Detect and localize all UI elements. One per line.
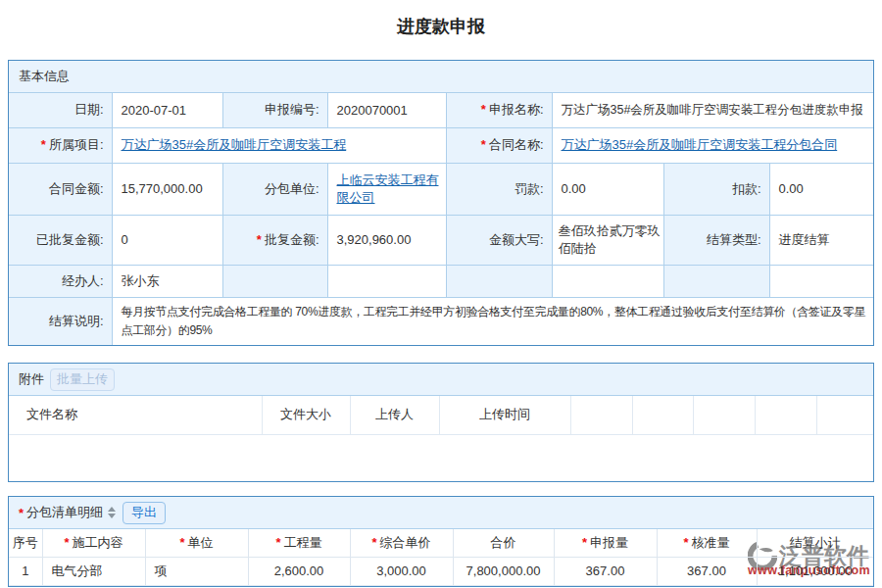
detail-cell-index: 1: [9, 557, 42, 585]
sort-icon[interactable]: [108, 507, 116, 518]
operator-label: 经办人:: [9, 265, 112, 297]
attachments-panel: 附件 批量上传 文件名称 文件大小 上传人 上传时间: [8, 363, 874, 482]
project-value: 万达广场35#会所及咖啡厅空调安装工程: [112, 127, 446, 163]
detail-cell-unitprice: 3,000.00: [350, 557, 453, 585]
project-label: *所属项目:: [9, 127, 112, 163]
attachments-empty-column: [693, 396, 755, 434]
detail-section-title: 分包清单明细: [26, 504, 103, 521]
attachments-empty-column: [755, 396, 816, 434]
attachments-col-uploader: 上传人: [350, 396, 439, 434]
attachments-empty-column: [816, 396, 873, 434]
required-mark: *: [275, 535, 280, 550]
contract-link[interactable]: 万达广场35#会所及咖啡厅空调安装工程分包合同: [562, 137, 838, 152]
detail-cell-subtotal: 1,101,000.00: [757, 557, 873, 585]
amount-words-value: 叁佰玖拾贰万零玖佰陆拾: [552, 215, 663, 265]
required-mark: *: [179, 535, 184, 550]
detail-col-approvedqty: *核准量: [657, 529, 757, 557]
approved-before-label: 已批复金额:: [9, 215, 112, 265]
detail-col-quantity: *工程量: [248, 529, 350, 557]
required-mark: *: [582, 535, 587, 550]
contract-name-label: *合同名称:: [446, 127, 552, 163]
decl-name-value: 万达广场35#会所及咖啡厅空调安装工程分包进度款申报: [552, 93, 873, 127]
deduction-value: 0.00: [769, 163, 873, 215]
approved-before-value: 0: [112, 215, 222, 265]
detail-cell-approvedqty: 367.00: [657, 557, 757, 585]
decl-no-label: 申报编号:: [222, 93, 327, 127]
detail-panel: * 分包清单明细 导出 序号 *施工内容 *单位 *工程量 *综合单价 合价 *…: [8, 496, 874, 587]
decl-name-label: *申报名称:: [446, 93, 552, 127]
detail-cell-unit: 项: [145, 557, 248, 585]
batch-upload-button[interactable]: 批量上传: [50, 368, 115, 391]
approved-value: 3,920,960.00: [327, 215, 446, 265]
basic-info-panel: 基本信息 日期: 2020-07-01 申报编号: 2020070001 *申报…: [8, 60, 874, 346]
date-value: 2020-07-01: [112, 93, 222, 127]
contract-amount-value: 15,770,000.00: [112, 163, 222, 215]
empty-label-cell: [446, 265, 552, 297]
detail-col-subtotal: 结算小计: [757, 529, 873, 557]
detail-row: 1 电气分部 项 2,600.00 3,000.00 7,800,000.00 …: [9, 557, 873, 585]
required-mark: *: [683, 535, 688, 550]
penalty-label: 罚款:: [446, 163, 552, 215]
required-mark: *: [41, 137, 46, 152]
required-mark: *: [481, 102, 486, 117]
attachments-col-filename: 文件名称: [9, 396, 262, 434]
attachments-col-uploadtime: 上传时间: [439, 396, 570, 434]
attachments-empty-column: [570, 396, 632, 434]
subcontractor-value: 上临云安装工程有限公司: [327, 163, 446, 215]
basic-info-section-title: 基本信息: [19, 68, 70, 85]
export-button[interactable]: 导出: [122, 502, 166, 524]
detail-col-unitprice: *综合单价: [350, 529, 453, 557]
subcontractor-label: 分包单位:: [222, 163, 327, 215]
detail-section-header: * 分包清单明细 导出: [9, 497, 873, 529]
attachments-table: 文件名称 文件大小 上传人 上传时间: [9, 396, 873, 481]
required-mark: *: [257, 232, 262, 247]
attachments-section-header: 附件 批量上传: [9, 364, 873, 396]
attachments-col-filesize: 文件大小: [262, 396, 350, 434]
contract-amount-label: 合同金额:: [9, 163, 112, 215]
project-link[interactable]: 万达广场35#会所及咖啡厅空调安装工程: [122, 137, 347, 152]
empty-label-cell: [663, 265, 769, 297]
detail-col-content: *施工内容: [42, 529, 145, 557]
settle-type-label: 结算类型:: [663, 215, 769, 265]
detail-cell-declared: 367.00: [554, 557, 657, 585]
decl-no-value: 2020070001: [327, 93, 446, 127]
deduction-label: 扣款:: [663, 163, 769, 215]
page: 进度款申报 基本信息 日期: 2020-07-01 申报编号: 20200700…: [0, 0, 882, 588]
settle-type-value: 进度结算: [769, 215, 873, 265]
settle-note-label: 结算说明:: [9, 297, 112, 345]
empty-label-cell: [222, 265, 327, 297]
empty-value-cell: [769, 265, 873, 297]
empty-value-cell: [327, 265, 446, 297]
subcontractor-link[interactable]: 上临云安装工程有限公司: [337, 172, 439, 205]
basic-info-table: 日期: 2020-07-01 申报编号: 2020070001 *申报名称: 万…: [9, 93, 873, 345]
detail-col-unit: *单位: [145, 529, 248, 557]
basic-info-section-header: 基本信息: [9, 61, 873, 93]
required-mark: *: [481, 137, 486, 152]
operator-value: 张小东: [112, 265, 222, 297]
detail-col-total: 合价: [453, 529, 554, 557]
detail-cell-total: 7,800,000.00: [453, 557, 554, 585]
date-label: 日期:: [9, 93, 112, 127]
required-mark: *: [371, 535, 376, 550]
page-title: 进度款申报: [0, 0, 882, 60]
approved-label: *批复金额:: [222, 215, 327, 265]
attachments-empty-body: [9, 434, 873, 481]
attachments-empty-column: [632, 396, 693, 434]
required-mark: *: [19, 506, 24, 520]
detail-col-index: 序号: [9, 529, 42, 557]
detail-cell-content: 电气分部: [42, 557, 145, 585]
settle-note-value: 每月按节点支付完成合格工程量的 70%进度款，工程完工并经甲方初验合格支付至完成…: [112, 297, 873, 345]
detail-col-declared: *申报量: [554, 529, 657, 557]
empty-value-cell: [552, 265, 663, 297]
attachments-section-title: 附件: [19, 370, 44, 388]
detail-cell-quantity: 2,600.00: [248, 557, 350, 585]
required-mark: *: [64, 535, 69, 550]
contract-name-value: 万达广场35#会所及咖啡厅空调安装工程分包合同: [552, 127, 873, 163]
detail-table: 序号 *施工内容 *单位 *工程量 *综合单价 合价 *申报量 *核准量 结算小…: [9, 529, 873, 586]
penalty-value: 0.00: [552, 163, 663, 215]
amount-words-label: 金额大写:: [446, 215, 552, 265]
